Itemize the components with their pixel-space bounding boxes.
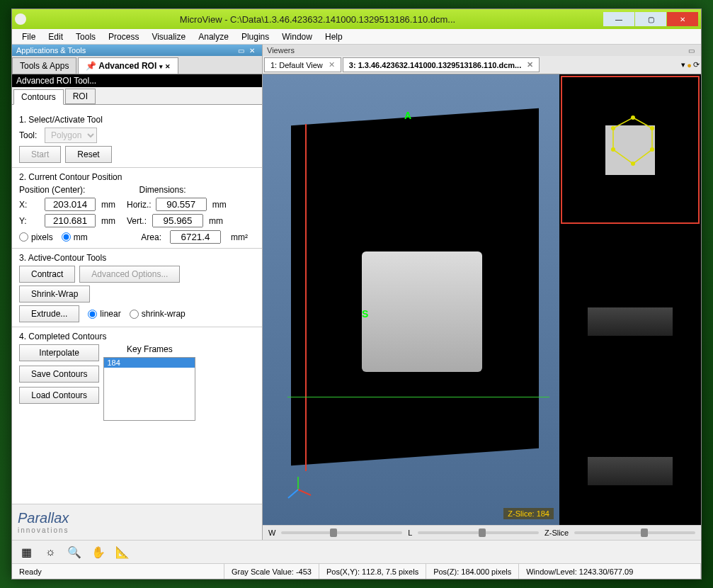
extrude-button[interactable]: Extrude... — [19, 305, 79, 322]
brightness-tool-icon[interactable]: ☼ — [42, 543, 59, 560]
panel-restore-icon[interactable]: ▭ — [238, 47, 246, 54]
reset-button[interactable]: Reset — [65, 146, 111, 163]
viewer-tab-default[interactable]: 1: Default View✕ — [264, 57, 341, 72]
viewer-tabs: 1: Default View✕ 3: 1.3.46.423632.141000… — [263, 56, 701, 74]
statusbar: Ready Gray Scale Value: -453 Pos(X,Y): 1… — [12, 563, 701, 579]
close-button[interactable]: ✕ — [667, 12, 698, 26]
l-label: L — [408, 528, 412, 537]
l-slider[interactable] — [418, 531, 539, 534]
linear-radio[interactable]: linear — [88, 309, 120, 319]
tab-tools-apps[interactable]: Tools & Apps — [12, 57, 76, 74]
titlebar[interactable]: MicroView - C:\Data\1.3.46.423632.141000… — [12, 9, 701, 29]
parallax-logo: Parallax innovations — [18, 510, 256, 534]
menu-plugins[interactable]: Plugins — [236, 30, 275, 43]
viewer-body: A S Z-Slice: 184 — [263, 74, 701, 525]
keyframe-item[interactable]: 184 — [104, 358, 195, 368]
mm-radio[interactable]: mm — [62, 232, 88, 242]
status-wl: Window/Level: 1243.30/677.09 — [519, 564, 701, 579]
tool-tabs: Tools & Apps 📌 Advanced ROI▾ ✕ — [12, 56, 262, 74]
viewer-tools-icon[interactable]: ● — [687, 61, 692, 69]
horiz-unit: mm — [212, 200, 227, 210]
area-input[interactable] — [170, 230, 221, 244]
w-slider[interactable] — [281, 531, 402, 534]
x-label: X: — [19, 200, 40, 210]
menu-visualize[interactable]: Visualize — [146, 30, 191, 43]
menu-process[interactable]: Process — [103, 30, 144, 43]
section3-title: 3. Active-Contour Tools — [19, 253, 255, 263]
tab-dropdown-icon[interactable]: ▾ ✕ — [159, 63, 171, 70]
menu-window[interactable]: Window — [276, 30, 318, 43]
vert-input[interactable] — [152, 214, 203, 227]
axes-gizmo[interactable] — [284, 475, 312, 504]
panel-header-apps: Applications & Tools ▭ ✕ — [12, 45, 262, 56]
pan-tool-icon[interactable]: ✋ — [90, 543, 107, 560]
advanced-options-button[interactable]: Advanced Options... — [79, 266, 180, 283]
dimensions-header: Dimensions: — [139, 185, 256, 195]
svg-point-7 — [631, 162, 635, 166]
subtab-contours[interactable]: Contours — [13, 89, 64, 105]
close-tab-icon[interactable]: ✕ — [329, 60, 335, 69]
menu-analyze[interactable]: Analyze — [193, 30, 234, 43]
measure-tool-icon[interactable]: 📐 — [114, 543, 131, 560]
horiz-label: Horiz.: — [127, 200, 152, 210]
tool-select[interactable]: Polygon — [45, 128, 97, 143]
scan-object — [362, 251, 482, 372]
menu-tools[interactable]: Tools — [70, 30, 101, 43]
menubar: File Edit Tools Process Visualize Analyz… — [12, 29, 701, 45]
svg-line-2 — [288, 490, 298, 498]
coronal-view[interactable] — [561, 225, 700, 373]
maximize-button[interactable]: ▢ — [635, 12, 666, 26]
viewer-tab-dropdown-icon[interactable]: ▾ — [681, 60, 685, 69]
3d-view[interactable]: A S Z-Slice: 184 — [263, 74, 559, 525]
tab-advanced-roi[interactable]: 📌 Advanced ROI▾ ✕ — [78, 57, 178, 74]
viewer-tab-dcm[interactable]: 3: 1.3.46.423632.141000.1329513186.110.d… — [343, 57, 540, 72]
tool-label: Tool: — [19, 130, 40, 140]
panel-close-icon[interactable]: ✕ — [249, 47, 258, 54]
keyframes-header: Key Frames — [103, 344, 195, 354]
y-input[interactable] — [45, 214, 96, 227]
position-header: Position (Center): — [19, 185, 135, 195]
load-contours-button[interactable]: Load Contours — [19, 387, 99, 404]
section4-title: 4. Completed Contours — [19, 332, 255, 341]
start-button[interactable]: Start — [19, 146, 61, 163]
svg-point-4 — [631, 115, 635, 120]
zoom-tool-icon[interactable]: 🔍 — [66, 543, 83, 560]
window-title: MicroView - C:\Data\1.3.46.423632.141000… — [32, 14, 603, 25]
minimize-button[interactable]: — — [603, 12, 634, 26]
zslice-label: Z-Slice — [544, 528, 569, 537]
close-tab-icon[interactable]: ✕ — [527, 60, 533, 69]
axial-view[interactable] — [561, 76, 700, 224]
cube-tool-icon[interactable]: ▦ — [18, 543, 35, 560]
subtabs: Contours ROI — [12, 87, 262, 105]
status-posxy: Pos(X,Y): 112.8, 7.5 pixels — [319, 564, 426, 579]
viewer-refresh-icon[interactable]: ⟳ — [693, 60, 700, 69]
tool-header: Advanced ROI Tool... — [12, 74, 262, 87]
x-input[interactable] — [45, 198, 96, 211]
sagittal-view[interactable] — [561, 375, 700, 524]
zslice-slider[interactable] — [574, 531, 695, 534]
viewers-restore-icon[interactable]: ▭ — [688, 47, 697, 54]
viewers-panel: Viewers ▭ 1: Default View✕ 3: 1.3.46.423… — [263, 45, 701, 540]
w-label: W — [268, 528, 275, 537]
subtab-roi[interactable]: ROI — [65, 89, 96, 104]
section2-title: 2. Current Contour Position — [19, 172, 255, 182]
status-gray: Gray Scale Value: -453 — [224, 564, 319, 579]
menu-help[interactable]: Help — [319, 30, 348, 43]
svg-point-8 — [611, 147, 615, 152]
vert-unit: mm — [209, 216, 223, 226]
menu-edit[interactable]: Edit — [42, 30, 69, 43]
svg-point-5 — [650, 126, 654, 130]
shrink-wrap-button[interactable]: Shrink-Wrap — [19, 285, 90, 303]
polygon-contour — [606, 114, 660, 168]
applications-tools-panel: Applications & Tools ▭ ✕ Tools & Apps 📌 … — [12, 45, 263, 540]
keyframes-list[interactable]: 184 — [103, 357, 195, 421]
pixels-radio[interactable]: pixels — [19, 232, 53, 242]
contract-button[interactable]: Contract — [19, 266, 75, 283]
side-views — [559, 74, 701, 525]
horiz-input[interactable] — [156, 198, 207, 211]
menu-file[interactable]: File — [16, 30, 41, 43]
shrinkwrap-radio[interactable]: shrink-wrap — [130, 309, 186, 319]
save-contours-button[interactable]: Save Contours — [19, 366, 99, 383]
interpolate-button[interactable]: Interpolate — [19, 344, 99, 361]
vert-label: Vert.: — [127, 216, 148, 226]
